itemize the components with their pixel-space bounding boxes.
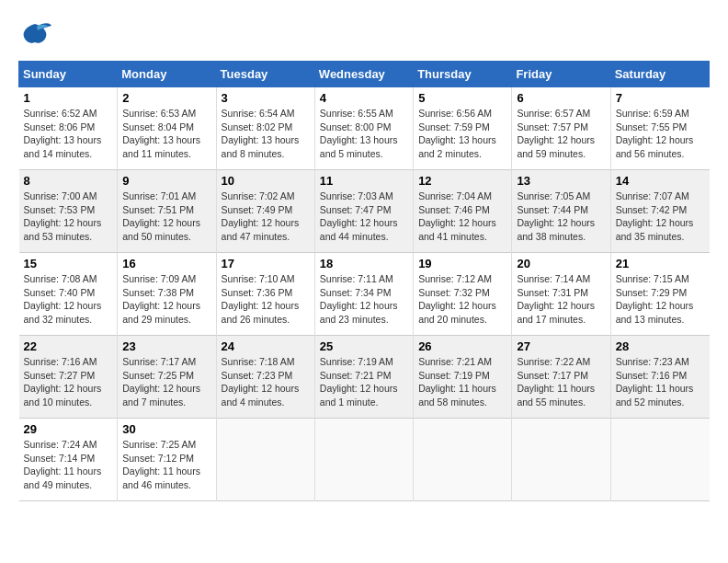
day-detail: Sunrise: 6:56 AM Sunset: 7:59 PM Dayligh… xyxy=(418,107,506,161)
day-cell: 5Sunrise: 6:56 AM Sunset: 7:59 PM Daylig… xyxy=(414,87,512,170)
day-cell xyxy=(414,419,512,501)
day-cell: 20Sunrise: 7:14 AM Sunset: 7:31 PM Dayli… xyxy=(512,253,610,336)
day-cell: 3Sunrise: 6:54 AM Sunset: 8:02 PM Daylig… xyxy=(216,87,314,170)
col-header-wednesday: Wednesday xyxy=(314,62,413,87)
day-cell xyxy=(512,419,610,501)
day-detail: Sunrise: 6:52 AM Sunset: 8:06 PM Dayligh… xyxy=(24,107,113,161)
calendar-table: SundayMondayTuesdayWednesdayThursdayFrid… xyxy=(18,61,710,501)
day-number: 9 xyxy=(122,174,210,188)
day-detail: Sunrise: 7:01 AM Sunset: 7:51 PM Dayligh… xyxy=(122,190,210,244)
day-cell: 14Sunrise: 7:07 AM Sunset: 7:42 PM Dayli… xyxy=(610,170,709,253)
day-detail: Sunrise: 7:02 AM Sunset: 7:49 PM Dayligh… xyxy=(222,190,310,244)
day-detail: Sunrise: 6:57 AM Sunset: 7:57 PM Dayligh… xyxy=(517,107,605,161)
day-number: 4 xyxy=(320,91,408,105)
day-detail: Sunrise: 7:19 AM Sunset: 7:21 PM Dayligh… xyxy=(320,355,408,409)
day-cell: 19Sunrise: 7:12 AM Sunset: 7:32 PM Dayli… xyxy=(414,253,512,336)
day-detail: Sunrise: 7:15 AM Sunset: 7:29 PM Dayligh… xyxy=(616,272,705,327)
day-number: 15 xyxy=(24,257,113,270)
day-detail: Sunrise: 7:12 AM Sunset: 7:32 PM Dayligh… xyxy=(418,272,506,327)
day-cell xyxy=(610,419,709,501)
day-detail: Sunrise: 7:23 AM Sunset: 7:16 PM Dayligh… xyxy=(616,355,705,409)
page-header xyxy=(18,18,710,52)
day-cell: 22Sunrise: 7:16 AM Sunset: 7:27 PM Dayli… xyxy=(19,336,118,419)
day-detail: Sunrise: 7:00 AM Sunset: 7:53 PM Dayligh… xyxy=(24,190,113,244)
day-detail: Sunrise: 7:04 AM Sunset: 7:46 PM Dayligh… xyxy=(418,190,506,244)
day-number: 10 xyxy=(222,174,310,188)
day-number: 25 xyxy=(320,339,408,353)
col-header-saturday: Saturday xyxy=(610,62,709,87)
week-row-4: 22Sunrise: 7:16 AM Sunset: 7:27 PM Dayli… xyxy=(19,336,710,419)
day-detail: Sunrise: 7:16 AM Sunset: 7:27 PM Dayligh… xyxy=(24,355,113,409)
day-number: 13 xyxy=(517,174,605,188)
day-number: 2 xyxy=(122,91,210,105)
day-number: 6 xyxy=(517,91,605,105)
day-number: 21 xyxy=(616,257,705,270)
day-number: 14 xyxy=(616,174,705,188)
day-cell: 28Sunrise: 7:23 AM Sunset: 7:16 PM Dayli… xyxy=(610,336,709,419)
day-number: 16 xyxy=(122,257,210,270)
calendar-header-row: SundayMondayTuesdayWednesdayThursdayFrid… xyxy=(19,62,710,87)
day-detail: Sunrise: 7:18 AM Sunset: 7:23 PM Dayligh… xyxy=(222,355,310,409)
day-cell: 24Sunrise: 7:18 AM Sunset: 7:23 PM Dayli… xyxy=(216,336,314,419)
day-cell: 7Sunrise: 6:59 AM Sunset: 7:55 PM Daylig… xyxy=(610,87,709,170)
day-cell: 11Sunrise: 7:03 AM Sunset: 7:47 PM Dayli… xyxy=(314,170,413,253)
week-row-5: 29Sunrise: 7:24 AM Sunset: 7:14 PM Dayli… xyxy=(19,419,710,501)
day-cell: 1Sunrise: 6:52 AM Sunset: 8:06 PM Daylig… xyxy=(19,87,118,170)
day-detail: Sunrise: 6:59 AM Sunset: 7:55 PM Dayligh… xyxy=(616,107,705,161)
day-number: 12 xyxy=(418,174,506,188)
day-cell: 25Sunrise: 7:19 AM Sunset: 7:21 PM Dayli… xyxy=(314,336,413,419)
day-cell: 17Sunrise: 7:10 AM Sunset: 7:36 PM Dayli… xyxy=(216,253,314,336)
day-detail: Sunrise: 7:09 AM Sunset: 7:38 PM Dayligh… xyxy=(122,272,210,327)
col-header-thursday: Thursday xyxy=(414,62,512,87)
day-cell: 12Sunrise: 7:04 AM Sunset: 7:46 PM Dayli… xyxy=(414,170,512,253)
day-number: 11 xyxy=(320,174,408,188)
day-cell: 18Sunrise: 7:11 AM Sunset: 7:34 PM Dayli… xyxy=(314,253,413,336)
day-detail: Sunrise: 7:03 AM Sunset: 7:47 PM Dayligh… xyxy=(320,190,408,244)
day-number: 29 xyxy=(24,422,113,436)
day-number: 20 xyxy=(517,257,605,270)
day-number: 7 xyxy=(616,91,705,105)
day-cell xyxy=(314,419,413,501)
week-row-2: 8Sunrise: 7:00 AM Sunset: 7:53 PM Daylig… xyxy=(19,170,710,253)
day-cell: 29Sunrise: 7:24 AM Sunset: 7:14 PM Dayli… xyxy=(19,419,118,501)
day-number: 26 xyxy=(418,339,506,353)
day-detail: Sunrise: 7:24 AM Sunset: 7:14 PM Dayligh… xyxy=(24,438,113,492)
col-header-sunday: Sunday xyxy=(19,62,118,87)
logo-icon xyxy=(18,18,51,52)
day-detail: Sunrise: 6:55 AM Sunset: 8:00 PM Dayligh… xyxy=(320,107,408,161)
col-header-monday: Monday xyxy=(118,62,216,87)
day-detail: Sunrise: 7:07 AM Sunset: 7:42 PM Dayligh… xyxy=(616,190,705,244)
day-detail: Sunrise: 7:25 AM Sunset: 7:12 PM Dayligh… xyxy=(122,438,210,492)
day-number: 1 xyxy=(24,91,113,105)
day-number: 22 xyxy=(24,339,113,353)
day-cell: 21Sunrise: 7:15 AM Sunset: 7:29 PM Dayli… xyxy=(610,253,709,336)
day-cell: 26Sunrise: 7:21 AM Sunset: 7:19 PM Dayli… xyxy=(414,336,512,419)
day-cell: 23Sunrise: 7:17 AM Sunset: 7:25 PM Dayli… xyxy=(118,336,216,419)
logo xyxy=(18,18,57,52)
day-detail: Sunrise: 7:05 AM Sunset: 7:44 PM Dayligh… xyxy=(517,190,605,244)
day-cell: 10Sunrise: 7:02 AM Sunset: 7:49 PM Dayli… xyxy=(216,170,314,253)
day-cell: 6Sunrise: 6:57 AM Sunset: 7:57 PM Daylig… xyxy=(512,87,610,170)
day-number: 17 xyxy=(222,257,310,270)
day-number: 8 xyxy=(24,174,113,188)
day-cell: 30Sunrise: 7:25 AM Sunset: 7:12 PM Dayli… xyxy=(118,419,216,501)
day-cell: 9Sunrise: 7:01 AM Sunset: 7:51 PM Daylig… xyxy=(118,170,216,253)
day-detail: Sunrise: 7:17 AM Sunset: 7:25 PM Dayligh… xyxy=(122,355,210,409)
day-detail: Sunrise: 6:54 AM Sunset: 8:02 PM Dayligh… xyxy=(222,107,310,161)
day-cell: 27Sunrise: 7:22 AM Sunset: 7:17 PM Dayli… xyxy=(512,336,610,419)
week-row-3: 15Sunrise: 7:08 AM Sunset: 7:40 PM Dayli… xyxy=(19,253,710,336)
day-detail: Sunrise: 7:22 AM Sunset: 7:17 PM Dayligh… xyxy=(517,355,605,409)
day-number: 23 xyxy=(122,339,210,353)
day-number: 28 xyxy=(616,339,705,353)
day-detail: Sunrise: 7:11 AM Sunset: 7:34 PM Dayligh… xyxy=(320,272,408,327)
day-detail: Sunrise: 7:14 AM Sunset: 7:31 PM Dayligh… xyxy=(517,272,605,327)
day-cell: 15Sunrise: 7:08 AM Sunset: 7:40 PM Dayli… xyxy=(19,253,118,336)
day-number: 27 xyxy=(517,339,605,353)
day-detail: Sunrise: 6:53 AM Sunset: 8:04 PM Dayligh… xyxy=(122,107,210,161)
col-header-friday: Friday xyxy=(512,62,610,87)
week-row-1: 1Sunrise: 6:52 AM Sunset: 8:06 PM Daylig… xyxy=(19,87,710,170)
day-cell: 8Sunrise: 7:00 AM Sunset: 7:53 PM Daylig… xyxy=(19,170,118,253)
day-cell: 13Sunrise: 7:05 AM Sunset: 7:44 PM Dayli… xyxy=(512,170,610,253)
day-number: 3 xyxy=(222,91,310,105)
day-cell: 16Sunrise: 7:09 AM Sunset: 7:38 PM Dayli… xyxy=(118,253,216,336)
